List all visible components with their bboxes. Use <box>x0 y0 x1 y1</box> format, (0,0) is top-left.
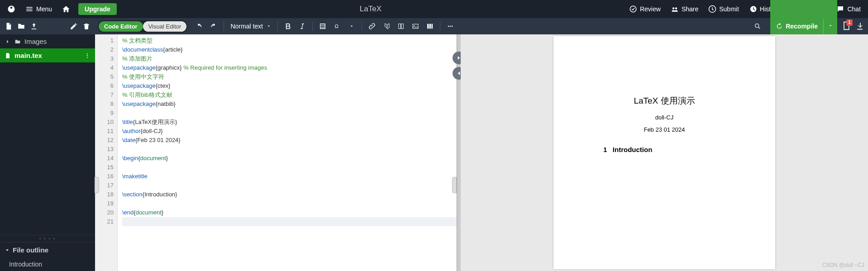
redo-button[interactable] <box>207 20 220 33</box>
code-line[interactable]: % 使用中文字符 <box>122 72 457 81</box>
outline-item[interactable]: Introduction <box>0 257 95 271</box>
visual-editor-tab[interactable]: Visual Editor <box>143 21 187 32</box>
share-button[interactable]: Share <box>666 2 703 16</box>
doc-date: Feb 23 01 2024 <box>576 126 753 133</box>
pdf-preview[interactable]: LaTeX 使用演示 doll-CJ Feb 23 01 2024 1 Intr… <box>461 34 868 271</box>
code-line[interactable]: \author{doll-CJ} <box>122 127 457 136</box>
code-line[interactable] <box>122 145 457 154</box>
recompile-dropdown[interactable] <box>823 19 837 34</box>
image-button[interactable] <box>409 20 422 33</box>
svg-text:Ω: Ω <box>335 24 339 29</box>
chevron-down-icon <box>5 247 10 253</box>
code-line[interactable]: \documentclass{article} <box>122 45 457 54</box>
svg-point-17 <box>87 53 88 54</box>
svg-point-14 <box>450 26 451 27</box>
chevron-down-icon <box>828 22 833 29</box>
code-line[interactable]: \date{Feb 23 01 2024} <box>122 136 457 145</box>
search-button[interactable] <box>751 20 764 33</box>
code-line[interactable]: \title{LaTeX使用演示} <box>122 118 457 127</box>
folder-label: Images <box>24 38 47 45</box>
menu-button[interactable]: Menu <box>21 2 57 16</box>
italic-button[interactable] <box>296 20 309 33</box>
code-editor-tab[interactable]: Code Editor <box>99 21 143 32</box>
more-insert-button[interactable] <box>345 20 358 33</box>
error-badge: 1 <box>846 19 853 26</box>
download-pdf-button[interactable] <box>855 22 864 31</box>
refresh-icon <box>776 23 783 30</box>
svg-point-13 <box>448 26 449 27</box>
upload-icon[interactable] <box>30 22 38 30</box>
topbar: Menu Upgrade LaTeX Review Share Submit H… <box>0 0 868 18</box>
svg-rect-11 <box>429 24 431 29</box>
project-title: LaTeX <box>117 5 625 14</box>
svg-rect-6 <box>320 24 325 29</box>
file-tree: Images main.tex • • • • File outline Int… <box>0 34 95 271</box>
code-editor[interactable]: 123456789101112131415161718192021 % 文档类型… <box>95 34 457 271</box>
delete-icon[interactable] <box>82 22 91 30</box>
code-line[interactable]: \end{document} <box>122 208 457 217</box>
line-numbers: 123456789101112131415161718192021 <box>95 34 118 271</box>
compile-toolbar: Recompile 1 <box>767 18 868 34</box>
toolbar: Code Editor Visual Editor Normal text Ω … <box>0 18 868 34</box>
code-line[interactable] <box>122 109 457 118</box>
code-line[interactable] <box>122 217 457 226</box>
link-button[interactable] <box>366 20 378 33</box>
review-button[interactable]: Review <box>625 2 665 16</box>
bold-button[interactable] <box>281 20 294 33</box>
undo-button[interactable] <box>193 20 205 33</box>
math-button[interactable]: Ω <box>331 20 343 33</box>
code-area[interactable]: % 文档类型\documentclass{article}% 添加图片\usep… <box>118 34 457 271</box>
svg-point-19 <box>87 57 88 57</box>
collapse-left-button[interactable] <box>95 177 99 193</box>
file-icon <box>5 52 11 59</box>
cite-button[interactable] <box>380 20 393 33</box>
folder-icon <box>14 38 21 45</box>
code-line[interactable] <box>122 199 457 208</box>
table-button[interactable] <box>316 20 329 33</box>
menu-label: Menu <box>36 5 52 13</box>
code-line[interactable]: \usepackage{graphicx} % Required for ins… <box>122 63 457 72</box>
app-logo[interactable] <box>3 2 20 16</box>
editor-preview-divider[interactable] <box>457 34 461 271</box>
new-file-icon[interactable] <box>5 22 13 30</box>
outline-header[interactable]: File outline <box>0 242 95 257</box>
code-line[interactable]: \maketitle <box>122 172 457 181</box>
code-line[interactable]: % 文档类型 <box>122 36 457 45</box>
code-line[interactable]: % 引用bib格式文献 <box>122 90 457 100</box>
new-folder-icon[interactable] <box>17 22 25 30</box>
svg-rect-12 <box>431 24 433 29</box>
chevron-right-icon <box>5 38 11 45</box>
svg-point-1 <box>672 7 675 10</box>
collapse-right-button[interactable] <box>452 177 457 193</box>
text-style-dropdown[interactable]: Normal text <box>228 21 274 32</box>
doc-author: doll-CJ <box>576 114 753 121</box>
file-label: main.tex <box>14 52 42 59</box>
code-line[interactable]: \begin{document} <box>122 154 457 163</box>
more-button[interactable] <box>444 20 457 33</box>
columns-button[interactable] <box>424 20 436 33</box>
filetree-toolbar <box>0 18 95 34</box>
folder-row[interactable]: Images <box>0 34 95 48</box>
ref-button[interactable] <box>395 20 407 33</box>
doc-title: LaTeX 使用演示 <box>576 95 753 107</box>
code-line[interactable] <box>122 181 457 190</box>
upgrade-button[interactable]: Upgrade <box>78 3 117 15</box>
submit-button[interactable]: Submit <box>704 2 744 16</box>
doc-section: 1 Introduction <box>576 146 753 153</box>
editor-toolbar: Code Editor Visual Editor Normal text Ω <box>95 18 767 34</box>
pdf-page: LaTeX 使用演示 doll-CJ Feb 23 01 2024 1 Intr… <box>553 36 775 269</box>
panel-resize-handle[interactable]: • • • • <box>0 235 95 242</box>
rename-icon[interactable] <box>70 22 78 30</box>
code-line[interactable] <box>122 163 457 172</box>
home-button[interactable] <box>57 2 75 16</box>
code-line[interactable]: % 添加图片 <box>122 54 457 63</box>
editor-mode-toggle[interactable]: Code Editor Visual Editor <box>98 20 187 33</box>
code-line[interactable]: \usepackage{ctex} <box>122 81 457 90</box>
logs-button[interactable]: 1 <box>842 21 851 32</box>
code-line[interactable]: \usepackage{natbib} <box>122 100 457 109</box>
file-more-icon[interactable] <box>84 52 91 59</box>
svg-point-18 <box>87 55 88 56</box>
code-line[interactable]: \section{Introduction} <box>122 190 457 199</box>
svg-point-2 <box>675 7 677 10</box>
file-row[interactable]: main.tex <box>0 48 95 62</box>
